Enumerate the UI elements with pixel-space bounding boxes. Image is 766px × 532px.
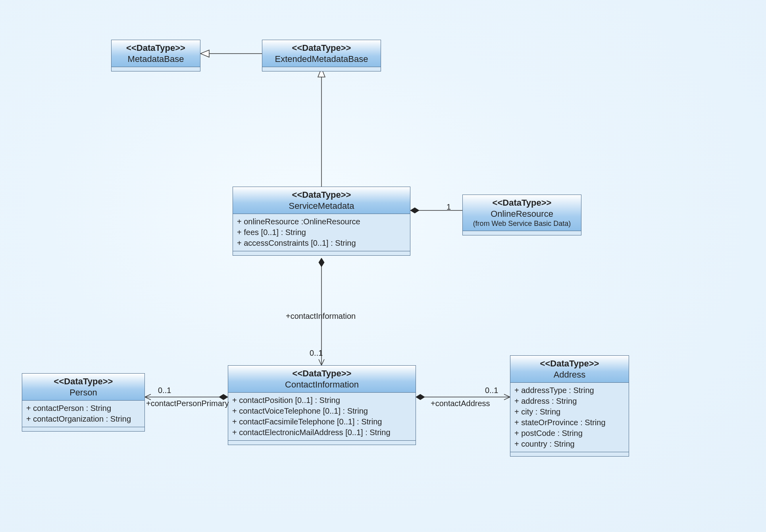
class-header: <<DataType>> MetadataBase (112, 40, 200, 67)
class-name: MetadataBase (115, 54, 196, 65)
class-header: <<DataType>> OnlineResource (from Web Se… (463, 195, 581, 231)
class-header: <<DataType>> Person (22, 374, 144, 401)
class-attr: + address : String (514, 396, 625, 407)
class-contactinformation: <<DataType>> ContactInformation + contac… (228, 365, 416, 445)
class-header: <<DataType>> ContactInformation (228, 366, 416, 393)
class-name: ContactInformation (232, 379, 412, 390)
class-servicemetadata: <<DataType>> ServiceMetadata + onlineRes… (233, 187, 410, 256)
label-onlineresource-mult: 1 (447, 202, 451, 212)
class-attr: + contactPosition [0..1] : String (232, 395, 412, 406)
stereotype-label: <<DataType>> (467, 197, 577, 208)
class-attr: + contactPerson : String (26, 403, 140, 414)
class-name: Person (26, 387, 140, 398)
stereotype-label: <<DataType>> (514, 358, 625, 369)
class-metadatabase: <<DataType>> MetadataBase (111, 40, 200, 71)
stereotype-label: <<DataType>> (232, 368, 412, 379)
class-attributes: + contactPosition [0..1] : String + cont… (228, 393, 416, 441)
class-footer (463, 231, 581, 235)
class-note: (from Web Service Basic Data) (467, 219, 577, 228)
class-footer (228, 441, 416, 445)
class-attr: + addressType : String (514, 385, 625, 396)
class-name: ServiceMetadata (237, 200, 406, 212)
class-attr: + city : String (514, 407, 625, 417)
stereotype-label: <<DataType>> (266, 42, 377, 54)
class-attr: + fees [0..1] : String (237, 227, 406, 238)
class-footer (510, 452, 629, 456)
class-header: <<DataType>> ExtendedMetadataBase (262, 40, 381, 67)
label-person-role: +contactPersonPrimary (146, 399, 229, 408)
label-person-mult: 0..1 (158, 386, 171, 395)
class-footer (22, 427, 144, 431)
class-attr: + contactFacsimileTelephone [0..1] : Str… (232, 416, 412, 427)
class-attr: + contactOrganization : String (26, 414, 140, 424)
class-attr: + stateOrProvince : String (514, 417, 625, 428)
class-name: Address (514, 369, 625, 380)
class-extendedmetadatabase: <<DataType>> ExtendedMetadataBase (262, 40, 381, 71)
stereotype-label: <<DataType>> (26, 376, 140, 387)
label-contactinfo-mult: 0..1 (310, 349, 323, 358)
class-attr: + country : String (514, 439, 625, 449)
label-contactinfo-role: +contactInformation (286, 312, 356, 321)
class-attr: + contactVoiceTelephone [0..1] : String (232, 406, 412, 416)
stereotype-label: <<DataType>> (115, 42, 196, 54)
stereotype-label: <<DataType>> (237, 189, 406, 200)
class-attr: + contactElectronicMailAddress [0..1] : … (232, 427, 412, 438)
label-address-mult: 0..1 (485, 386, 498, 395)
class-attributes: + addressType : String + address : Strin… (510, 383, 629, 452)
class-attr: + onlineResource :OnlineResource (237, 216, 406, 227)
class-name: ExtendedMetadataBase (266, 54, 377, 65)
class-header: <<DataType>> ServiceMetadata (233, 187, 410, 214)
class-attributes: + contactPerson : String + contactOrgani… (22, 401, 144, 427)
class-attr: + accessConstraints [0..1] : String (237, 238, 406, 249)
class-name: OnlineResource (467, 208, 577, 220)
class-attr: + postCode : String (514, 428, 625, 439)
class-person: <<DataType>> Person + contactPerson : St… (22, 373, 145, 432)
class-footer (262, 67, 381, 71)
class-header: <<DataType>> Address (510, 356, 629, 383)
class-attributes: + onlineResource :OnlineResource + fees … (233, 214, 410, 251)
class-address: <<DataType>> Address + addressType : Str… (510, 355, 629, 457)
class-footer (112, 67, 200, 71)
label-address-role: +contactAddress (431, 399, 490, 408)
connectors-layer (0, 0, 766, 532)
class-onlineresource: <<DataType>> OnlineResource (from Web Se… (462, 195, 581, 235)
class-footer (233, 251, 410, 255)
